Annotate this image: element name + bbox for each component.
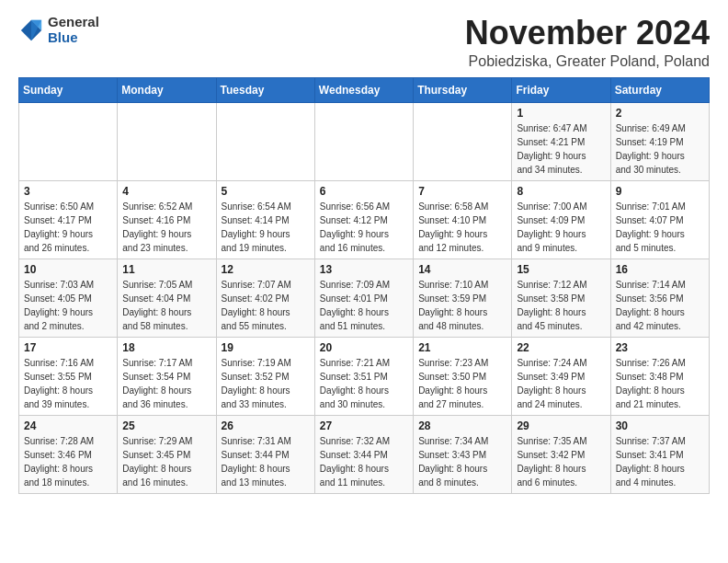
weekday-thursday: Thursday [414,77,512,102]
day-cell: 19Sunrise: 7:19 AM Sunset: 3:52 PM Dayli… [216,337,314,415]
day-number: 2 [616,107,704,120]
logo-icon [18,17,44,43]
day-cell: 21Sunrise: 7:23 AM Sunset: 3:50 PM Dayli… [414,337,512,415]
day-info: Sunrise: 7:37 AM Sunset: 3:41 PM Dayligh… [616,434,704,489]
day-number: 22 [517,341,605,354]
day-cell: 2Sunrise: 6:49 AM Sunset: 4:19 PM Daylig… [610,102,709,180]
day-info: Sunrise: 6:56 AM Sunset: 4:12 PM Dayligh… [320,200,408,255]
day-cell: 6Sunrise: 6:56 AM Sunset: 4:12 PM Daylig… [314,180,413,259]
day-info: Sunrise: 6:49 AM Sunset: 4:19 PM Dayligh… [616,121,704,177]
day-cell [216,102,314,180]
day-number: 28 [418,419,506,432]
day-info: Sunrise: 6:50 AM Sunset: 4:17 PM Dayligh… [24,200,112,255]
week-row-3: 10Sunrise: 7:03 AM Sunset: 4:05 PM Dayli… [19,259,710,337]
day-number: 20 [320,341,408,354]
day-number: 14 [418,263,506,276]
day-info: Sunrise: 7:01 AM Sunset: 4:07 PM Dayligh… [616,200,704,255]
day-cell: 8Sunrise: 7:00 AM Sunset: 4:09 PM Daylig… [512,180,610,259]
day-info: Sunrise: 7:29 AM Sunset: 3:45 PM Dayligh… [122,434,210,489]
day-info: Sunrise: 7:35 AM Sunset: 3:42 PM Dayligh… [517,434,605,489]
day-cell: 27Sunrise: 7:32 AM Sunset: 3:44 PM Dayli… [314,415,413,493]
week-row-1: 1Sunrise: 6:47 AM Sunset: 4:21 PM Daylig… [19,102,710,180]
day-info: Sunrise: 7:05 AM Sunset: 4:04 PM Dayligh… [122,278,210,333]
day-info: Sunrise: 7:21 AM Sunset: 3:51 PM Dayligh… [320,356,408,411]
day-number: 3 [24,185,112,198]
day-number: 11 [122,263,210,276]
day-cell: 18Sunrise: 7:17 AM Sunset: 3:54 PM Dayli… [118,337,216,415]
day-number: 9 [616,185,704,198]
weekday-saturday: Saturday [610,77,709,102]
day-cell: 25Sunrise: 7:29 AM Sunset: 3:45 PM Dayli… [118,415,216,493]
page-header: General Blue November 2024 Pobiedziska, … [18,15,710,70]
day-number: 5 [222,185,310,198]
day-info: Sunrise: 7:24 AM Sunset: 3:49 PM Dayligh… [517,356,605,411]
day-number: 23 [616,341,704,354]
day-cell: 14Sunrise: 7:10 AM Sunset: 3:59 PM Dayli… [414,259,512,337]
day-cell: 3Sunrise: 6:50 AM Sunset: 4:17 PM Daylig… [19,180,118,259]
day-info: Sunrise: 7:09 AM Sunset: 4:01 PM Dayligh… [320,278,408,333]
day-info: Sunrise: 7:34 AM Sunset: 3:43 PM Dayligh… [418,434,506,489]
day-cell [314,102,413,180]
day-number: 7 [418,185,506,198]
weekday-tuesday: Tuesday [216,77,314,102]
day-cell: 30Sunrise: 7:37 AM Sunset: 3:41 PM Dayli… [610,415,709,493]
day-number: 30 [616,419,704,432]
day-cell: 22Sunrise: 7:24 AM Sunset: 3:49 PM Dayli… [512,337,610,415]
day-info: Sunrise: 7:14 AM Sunset: 3:56 PM Dayligh… [616,278,704,333]
day-info: Sunrise: 7:23 AM Sunset: 3:50 PM Dayligh… [418,356,506,411]
calendar-body: 1Sunrise: 6:47 AM Sunset: 4:21 PM Daylig… [19,102,710,493]
day-info: Sunrise: 7:10 AM Sunset: 3:59 PM Dayligh… [418,278,506,333]
day-cell: 28Sunrise: 7:34 AM Sunset: 3:43 PM Dayli… [414,415,512,493]
title-block: November 2024 Pobiedziska, Greater Polan… [465,15,710,70]
day-info: Sunrise: 7:32 AM Sunset: 3:44 PM Dayligh… [320,434,408,489]
day-cell [414,102,512,180]
week-row-4: 17Sunrise: 7:16 AM Sunset: 3:55 PM Dayli… [19,337,710,415]
location-title: Pobiedziska, Greater Poland, Poland [465,53,710,70]
day-number: 29 [517,419,605,432]
calendar-table: SundayMondayTuesdayWednesdayThursdayFrid… [18,77,710,494]
day-number: 16 [616,263,704,276]
day-info: Sunrise: 7:03 AM Sunset: 4:05 PM Dayligh… [24,278,112,333]
day-cell: 23Sunrise: 7:26 AM Sunset: 3:48 PM Dayli… [610,337,709,415]
day-number: 27 [320,419,408,432]
day-cell: 20Sunrise: 7:21 AM Sunset: 3:51 PM Dayli… [314,337,413,415]
day-cell: 13Sunrise: 7:09 AM Sunset: 4:01 PM Dayli… [314,259,413,337]
day-cell: 7Sunrise: 6:58 AM Sunset: 4:10 PM Daylig… [414,180,512,259]
day-info: Sunrise: 6:58 AM Sunset: 4:10 PM Dayligh… [418,200,506,255]
day-cell: 24Sunrise: 7:28 AM Sunset: 3:46 PM Dayli… [19,415,118,493]
day-cell: 10Sunrise: 7:03 AM Sunset: 4:05 PM Dayli… [19,259,118,337]
day-cell [118,102,216,180]
day-info: Sunrise: 7:26 AM Sunset: 3:48 PM Dayligh… [616,356,704,411]
day-info: Sunrise: 6:54 AM Sunset: 4:14 PM Dayligh… [222,200,310,255]
day-cell: 4Sunrise: 6:52 AM Sunset: 4:16 PM Daylig… [118,180,216,259]
day-cell: 26Sunrise: 7:31 AM Sunset: 3:44 PM Dayli… [216,415,314,493]
day-info: Sunrise: 7:17 AM Sunset: 3:54 PM Dayligh… [122,356,210,411]
calendar-header: SundayMondayTuesdayWednesdayThursdayFrid… [19,77,710,102]
weekday-sunday: Sunday [19,77,118,102]
day-info: Sunrise: 7:16 AM Sunset: 3:55 PM Dayligh… [24,356,112,411]
day-cell: 16Sunrise: 7:14 AM Sunset: 3:56 PM Dayli… [610,259,709,337]
day-cell: 17Sunrise: 7:16 AM Sunset: 3:55 PM Dayli… [19,337,118,415]
day-info: Sunrise: 6:52 AM Sunset: 4:16 PM Dayligh… [122,200,210,255]
day-info: Sunrise: 7:00 AM Sunset: 4:09 PM Dayligh… [517,200,605,255]
day-number: 26 [222,419,310,432]
day-cell [19,102,118,180]
weekday-row: SundayMondayTuesdayWednesdayThursdayFrid… [19,77,710,102]
day-info: Sunrise: 7:31 AM Sunset: 3:44 PM Dayligh… [222,434,310,489]
day-cell: 11Sunrise: 7:05 AM Sunset: 4:04 PM Dayli… [118,259,216,337]
weekday-wednesday: Wednesday [314,77,413,102]
day-cell: 29Sunrise: 7:35 AM Sunset: 3:42 PM Dayli… [512,415,610,493]
day-number: 1 [517,107,605,120]
logo: General Blue [18,15,99,45]
day-number: 21 [418,341,506,354]
day-number: 18 [122,341,210,354]
day-number: 13 [320,263,408,276]
week-row-2: 3Sunrise: 6:50 AM Sunset: 4:17 PM Daylig… [19,180,710,259]
logo-text: General Blue [48,15,99,45]
day-cell: 1Sunrise: 6:47 AM Sunset: 4:21 PM Daylig… [512,102,610,180]
day-info: Sunrise: 6:47 AM Sunset: 4:21 PM Dayligh… [517,121,605,177]
day-info: Sunrise: 7:12 AM Sunset: 3:58 PM Dayligh… [517,278,605,333]
day-number: 6 [320,185,408,198]
day-info: Sunrise: 7:07 AM Sunset: 4:02 PM Dayligh… [222,278,310,333]
day-number: 8 [517,185,605,198]
